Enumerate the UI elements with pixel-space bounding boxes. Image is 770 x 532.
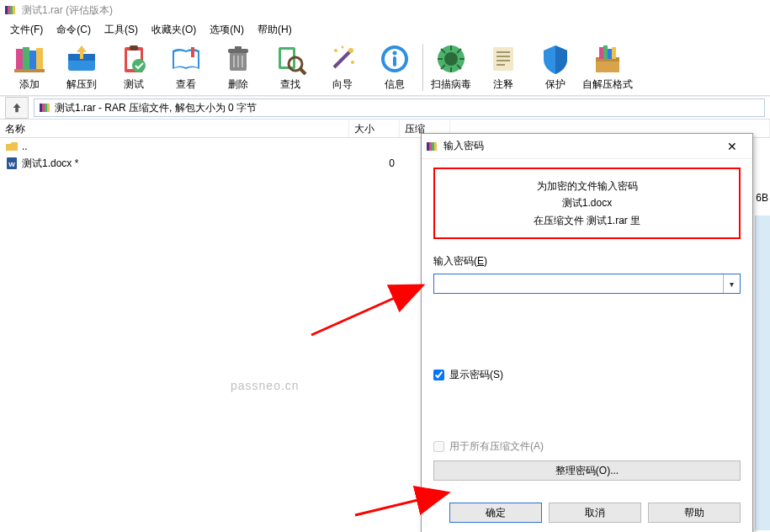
box-books-icon bbox=[591, 42, 624, 76]
toolbar-add-label: 添加 bbox=[19, 77, 40, 92]
prompt-line3: 在压缩文件 测试1.rar 里 bbox=[442, 212, 732, 229]
svg-point-30 bbox=[342, 46, 344, 49]
svg-point-27 bbox=[348, 48, 353, 53]
toolbar-scan[interactable]: 扫描病毒 bbox=[425, 40, 477, 95]
toolbar-test-label: 测试 bbox=[124, 77, 144, 92]
menu-file[interactable]: 文件(F) bbox=[3, 21, 50, 39]
go-up-button[interactable] bbox=[5, 97, 29, 119]
window-titlebar: 测试1.rar (评估版本) bbox=[0, 0, 770, 20]
svg-rect-8 bbox=[14, 69, 45, 72]
password-dialog: 输入密码 ✕ 为加密的文件输入密码 测试1.docx 在压缩文件 测试1.rar… bbox=[421, 133, 753, 532]
menu-tools[interactable]: 工具(S) bbox=[98, 21, 145, 39]
svg-rect-5 bbox=[23, 47, 29, 71]
toolbar-comment-label: 注释 bbox=[493, 77, 513, 92]
svg-rect-52 bbox=[599, 47, 603, 59]
svg-rect-4 bbox=[16, 49, 23, 71]
column-size[interactable]: 大小 bbox=[349, 120, 400, 137]
menu-options[interactable]: 选项(N) bbox=[203, 21, 251, 39]
book-open-icon bbox=[169, 42, 203, 76]
row-docx-name: 测试1.docx * bbox=[22, 157, 78, 171]
organize-passwords-button[interactable]: 整理密码(O)... bbox=[433, 460, 741, 481]
svg-rect-59 bbox=[47, 104, 50, 112]
svg-rect-64 bbox=[432, 142, 434, 151]
password-label: 输入密码(E) bbox=[433, 254, 741, 269]
toolbar-wizard[interactable]: 向导 bbox=[316, 40, 369, 95]
all-archives-input[interactable] bbox=[433, 441, 444, 452]
toolbar-info-label: 信息 bbox=[385, 77, 405, 92]
password-dropdown-button[interactable]: ▾ bbox=[723, 274, 740, 293]
svg-rect-63 bbox=[429, 142, 432, 151]
svg-rect-54 bbox=[608, 49, 612, 59]
show-password-checkbox[interactable]: 显示密码(S) bbox=[433, 368, 741, 382]
toolbar: 添加 解压到 测试 查看 删除 查找 向导 bbox=[0, 39, 770, 96]
window-title: 测试1.rar (评估版本) bbox=[22, 3, 113, 18]
info-icon bbox=[378, 42, 412, 76]
archive-icon bbox=[425, 140, 438, 153]
menubar: 文件(F) 命令(C) 工具(S) 收藏夹(O) 选项(N) 帮助(H) bbox=[0, 20, 770, 39]
chevron-down-icon: ▾ bbox=[730, 279, 734, 289]
menu-help[interactable]: 帮助(H) bbox=[251, 21, 299, 39]
dialog-titlebar[interactable]: 输入密码 ✕ bbox=[422, 134, 752, 159]
password-combo[interactable]: ▾ bbox=[433, 274, 741, 294]
svg-rect-3 bbox=[13, 6, 15, 14]
toolbar-comment[interactable]: 注释 bbox=[477, 40, 529, 95]
address-row: 测试1.rar - RAR 压缩文件, 解包大小为 0 字节 bbox=[0, 96, 770, 120]
svg-rect-65 bbox=[434, 142, 437, 151]
password-input[interactable] bbox=[434, 274, 723, 293]
partial-text-6b: 6B bbox=[756, 192, 768, 204]
virus-scan-icon bbox=[434, 42, 468, 76]
svg-point-29 bbox=[351, 61, 354, 64]
search-icon bbox=[273, 42, 307, 76]
folder-up-icon bbox=[5, 140, 19, 153]
address-combo[interactable]: 测试1.rar - RAR 压缩文件, 解包大小为 0 字节 bbox=[34, 98, 765, 117]
dock-panel-peek bbox=[755, 215, 770, 530]
svg-line-25 bbox=[300, 68, 305, 74]
svg-rect-1 bbox=[8, 6, 10, 14]
svg-rect-53 bbox=[603, 45, 608, 59]
svg-line-66 bbox=[311, 286, 421, 335]
ok-button[interactable]: 确定 bbox=[449, 503, 542, 523]
toolbar-extract-to[interactable]: 解压到 bbox=[56, 40, 108, 95]
dialog-close-button[interactable]: ✕ bbox=[715, 135, 749, 158]
books-icon bbox=[13, 42, 46, 76]
svg-rect-2 bbox=[10, 6, 13, 14]
archive-icon bbox=[38, 101, 51, 114]
column-name[interactable]: 名称 bbox=[0, 120, 349, 137]
svg-rect-57 bbox=[42, 104, 45, 112]
toolbar-view[interactable]: 查看 bbox=[160, 40, 212, 95]
svg-point-28 bbox=[334, 49, 337, 52]
svg-rect-6 bbox=[29, 51, 36, 71]
toolbar-test[interactable]: 测试 bbox=[108, 40, 160, 95]
toolbar-info[interactable]: 信息 bbox=[369, 40, 421, 95]
toolbar-sfx[interactable]: 自解压格式 bbox=[581, 40, 634, 95]
row-parent-name: .. bbox=[22, 141, 28, 152]
prompt-line1: 为加密的文件输入密码 bbox=[442, 178, 732, 194]
all-archives-checkbox[interactable]: 用于所有压缩文件(A) bbox=[433, 439, 741, 454]
cancel-button[interactable]: 取消 bbox=[549, 503, 641, 523]
help-button[interactable]: 帮助 bbox=[648, 503, 741, 523]
svg-rect-19 bbox=[233, 56, 235, 67]
toolbar-find[interactable]: 查找 bbox=[264, 40, 316, 95]
toolbar-add[interactable]: 添加 bbox=[3, 40, 56, 95]
toolbar-delete-label: 删除 bbox=[228, 77, 248, 92]
app-icon bbox=[3, 3, 17, 17]
toolbar-wizard-label: 向导 bbox=[332, 77, 353, 92]
svg-rect-15 bbox=[191, 47, 194, 57]
svg-rect-62 bbox=[427, 142, 429, 151]
close-icon: ✕ bbox=[727, 140, 737, 153]
menu-favorites[interactable]: 收藏夹(O) bbox=[145, 21, 203, 39]
toolbar-sfx-label: 自解压格式 bbox=[582, 77, 633, 92]
svg-rect-58 bbox=[45, 104, 47, 112]
toolbar-protect[interactable]: 保护 bbox=[529, 40, 581, 95]
toolbar-protect-label: 保护 bbox=[545, 77, 566, 92]
watermark-text: passneo.cn bbox=[231, 379, 300, 392]
svg-point-36 bbox=[444, 52, 458, 66]
note-icon bbox=[486, 42, 520, 76]
toolbar-delete[interactable]: 删除 bbox=[212, 40, 264, 95]
menu-command[interactable]: 命令(C) bbox=[50, 21, 98, 39]
svg-line-26 bbox=[334, 51, 351, 67]
show-password-input[interactable] bbox=[433, 370, 444, 380]
drawer-open-icon bbox=[65, 42, 98, 76]
svg-rect-0 bbox=[5, 6, 8, 14]
toolbar-find-label: 查找 bbox=[280, 77, 300, 92]
